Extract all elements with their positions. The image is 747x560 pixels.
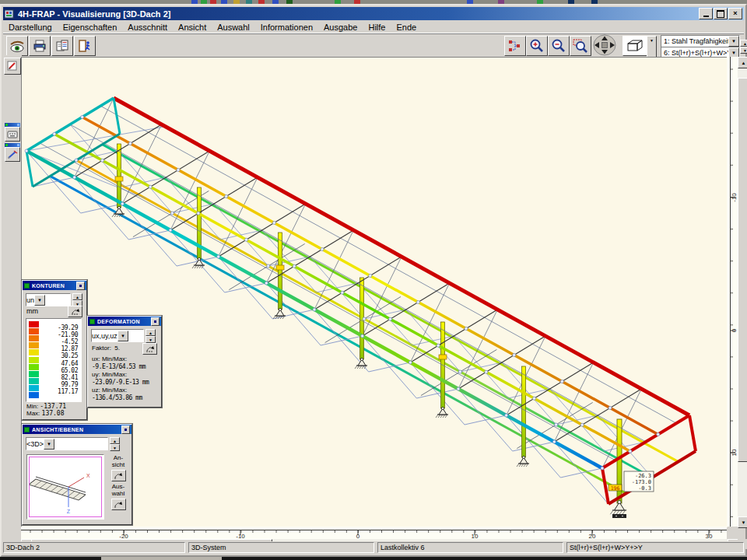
spin-down-icon[interactable]: ▼ (110, 444, 120, 451)
status-bar: 3D-Dach 23D-SystemLastkollektiv 6St(l+r)… (3, 541, 744, 554)
view-preview-thumbnail: XZ (30, 457, 101, 515)
mini-icon (5, 124, 8, 126)
pencil-icon (7, 61, 18, 72)
ansicht-label2: sicht (107, 461, 130, 468)
panel-title: ANSICHT/EBENEN (32, 427, 121, 432)
eye-preview-button[interactable] (6, 36, 28, 56)
vertical-scroll-thumb[interactable] (738, 78, 747, 462)
zoom-out-button[interactable] (548, 36, 570, 56)
panel-close-button[interactable] (76, 282, 85, 290)
minimize-button[interactable] (699, 8, 713, 19)
menu-item[interactable]: Ausschnitt (122, 23, 173, 32)
panel-title-bar[interactable]: KONTUREN (23, 281, 86, 290)
view-spinner[interactable]: ▲ ▼ (110, 437, 120, 451)
edit-mode-button[interactable] (4, 58, 21, 75)
panel-icon (24, 283, 30, 289)
panel-deformation[interactable]: DEFORMATION ux,uy,uz ▼ ▲ ▼ Faktor: 5. ux… (87, 316, 162, 408)
scale-value: 12.87 (61, 345, 78, 352)
menu-item[interactable]: Ansicht (173, 23, 212, 32)
pages-button[interactable] (51, 36, 73, 56)
scale-swatch (29, 357, 39, 363)
app-icon (5, 9, 15, 19)
scroll-down-icon[interactable]: ▼ (738, 516, 747, 528)
maximize-button[interactable] (714, 8, 728, 19)
chevron-down-icon[interactable]: ▼ (117, 331, 128, 341)
zoom-in-button[interactable] (526, 36, 548, 56)
deformation-refresh-button[interactable] (142, 343, 157, 355)
result-case-combo[interactable]: 1: Stahl Tragfähigkeit (Th. 2. O ▼ (661, 35, 740, 47)
deformation-row: uz: Min/Max: -136.4/53.86 mm (92, 387, 159, 402)
menu-item[interactable]: Eigenschaften (58, 23, 123, 32)
scale-swatch (29, 385, 39, 391)
scale-value: 65.02 (61, 367, 78, 374)
spin-up-icon[interactable]: ▲ (740, 40, 747, 47)
menu-item[interactable]: Hilfe (363, 23, 391, 32)
konturen-refresh-button[interactable] (68, 306, 82, 317)
redraw-arrow-icon (114, 472, 123, 479)
title-bar[interactable]: 4H-FRAP - Visualisierung [3D-Dach 2] × (3, 7, 744, 20)
ansicht-apply-button[interactable] (111, 470, 126, 481)
spin-down-icon[interactable]: ▼ (146, 336, 156, 343)
redraw-arrow-icon (71, 308, 80, 315)
panel-ansicht-ebenen[interactable]: ANSICHT/EBENEN <3D> ▼ ▲ ▼ XZ An- sicht (22, 424, 132, 525)
close-button[interactable]: × (728, 8, 742, 19)
h-ruler-label: 0 (356, 533, 360, 539)
horizontal-ruler: -20-100102030 (21, 527, 727, 539)
spin-up-icon[interactable]: ▲ (72, 293, 82, 300)
spin-down-icon[interactable]: ▼ (740, 47, 747, 54)
chevron-down-icon[interactable]: ▼ (44, 439, 54, 450)
scale-value: -39.29 (58, 324, 78, 331)
view-dropdown[interactable]: <3D> ▼ (26, 437, 108, 450)
result-case-value: 1: Stahl Tragfähigkeit (Th. 2. O (661, 37, 728, 45)
menu-item[interactable]: Auswahl (212, 23, 255, 32)
exit-button[interactable] (74, 36, 96, 56)
panel-title-bar[interactable]: DEFORMATION (88, 317, 161, 326)
menu-item[interactable]: Ausgabe (318, 23, 363, 32)
minimized-panel-measure[interactable] (5, 143, 20, 162)
print-button[interactable] (29, 36, 51, 56)
reaction-value: -26.3 (635, 473, 651, 479)
panel-close-button[interactable] (121, 425, 130, 434)
konturen-max: Max: 137.08 (26, 410, 64, 417)
vertical-scrollbar[interactable]: ▲ ▼ (738, 57, 747, 527)
chevron-down-icon[interactable]: ▼ (34, 295, 45, 306)
minimized-panel-coordinates[interactable] (5, 123, 20, 142)
load-case-spinner[interactable]: ▲ ▼ (740, 40, 747, 54)
load-case-value: 6: St(l+r)+S(l+r)+W>Y+>Y (661, 49, 728, 57)
view-preview-box[interactable]: XZ (26, 454, 104, 520)
menu-item[interactable]: Darstellung (3, 23, 58, 32)
h-ruler-label: -20 (119, 533, 128, 539)
status-field: St(l+r)+S(l+r)+W>Y+>Y (566, 542, 744, 553)
scale-swatch (29, 342, 39, 348)
panel-title: KONTUREN (32, 283, 76, 289)
panel-close-button[interactable] (151, 317, 160, 326)
left-toolbar (3, 55, 22, 540)
konturen-dropdown[interactable]: un ▼ (26, 293, 71, 306)
auswahl-label: Aus- (107, 483, 130, 490)
chevron-down-icon[interactable]: ▼ (728, 36, 739, 47)
view-cube-button[interactable] (622, 36, 647, 56)
menu-item[interactable]: Informationen (255, 23, 318, 32)
h-ruler-label: 10 (472, 533, 479, 539)
spin-up-icon[interactable]: ▲ (110, 437, 120, 444)
faktor-label: Faktor: 5. (92, 345, 120, 352)
scale-swatch (29, 364, 39, 370)
panel-title-bar[interactable]: ANSICHT/EBENEN (23, 425, 132, 434)
redraw-arrow-icon (114, 501, 123, 508)
pen-tool-icon (5, 147, 20, 162)
toolbar: ▼ 1: Stahl Tragfähigkeit (Th. 2. O ▼ 6: … (3, 33, 744, 56)
deformation-spinner[interactable]: ▲ ▼ (146, 329, 156, 343)
pan-control[interactable] (592, 34, 617, 59)
konturen-dropdown-value: un (26, 296, 34, 304)
view-cube-dropdown[interactable]: ▼ (647, 36, 657, 58)
spin-up-icon[interactable]: ▲ (146, 329, 156, 336)
menu-item[interactable]: Ende (391, 23, 422, 32)
zoom-window-button[interactable] (570, 36, 591, 56)
scroll-up-icon[interactable]: ▲ (738, 57, 747, 68)
deformation-dropdown[interactable]: ux,uy,uz ▼ (91, 329, 144, 342)
screen: 4H-FRAP - Visualisierung [3D-Dach 2] × D… (0, 0, 747, 560)
structure-tree-button[interactable] (504, 36, 526, 56)
panel-konturen[interactable]: KONTUREN un ▼ ▲ ▼ mm -39.29-21.90-4.5212… (22, 280, 87, 420)
scale-swatch (29, 392, 39, 398)
auswahl-apply-button[interactable] (111, 499, 126, 510)
